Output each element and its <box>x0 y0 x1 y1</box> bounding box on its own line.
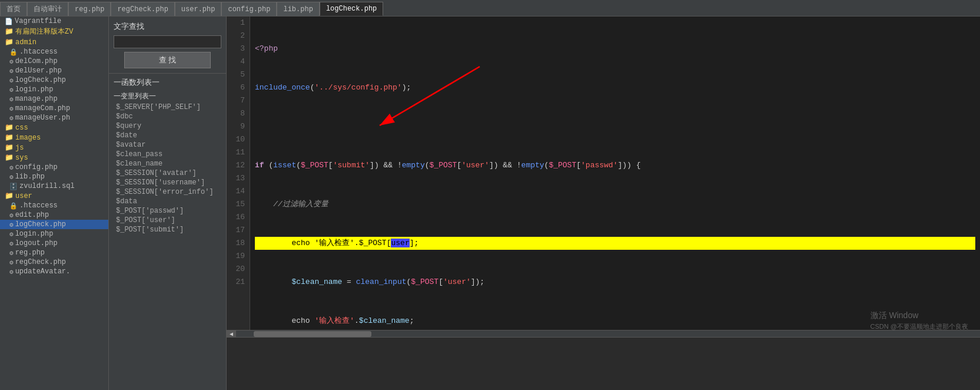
scroll-left-button[interactable]: ◀ <box>227 330 236 338</box>
tab-config[interactable]: config.php <box>221 2 277 16</box>
code-line-8: echo '输入检查'.$clean_name; <box>255 315 975 328</box>
folder-icon: 📁 <box>5 153 14 162</box>
var-date: $date <box>114 131 221 140</box>
file-icon: ⚙️ <box>9 58 14 65</box>
code-line-7: $clean_name = clean_input($_POST['user']… <box>255 276 975 289</box>
sidebar-css[interactable]: 📁 css <box>0 123 108 133</box>
scroll-thumb[interactable] <box>254 331 371 337</box>
sidebar-manageuser[interactable]: ⚙️ manageUser.ph <box>0 113 108 123</box>
sidebar-admin-folder[interactable]: 📁 admin <box>0 37 108 47</box>
sidebar-logcheck-selected[interactable]: ⚙️ logCheck.php <box>0 220 108 229</box>
sidebar-config[interactable]: ⚙️ config.php <box>0 163 108 172</box>
sidebar-vagrantfile[interactable]: 📄 Vagrantfile <box>0 16 108 26</box>
code-content[interactable]: <?php include_once('../sys/config.php');… <box>250 16 980 330</box>
function-list-title: 一函数列表一 <box>114 77 221 88</box>
var-post-user: $_POST['user'] <box>114 216 221 225</box>
file-icon: ⚙️ <box>9 221 14 229</box>
tabs-bar: 首页 自动审计 reg.php regCheck.php user.php co… <box>0 0 980 16</box>
var-session-avatar: $_SESSION['avatar'] <box>114 168 221 178</box>
sidebar-updateavatar[interactable]: ⚙️ updateAvatar. <box>0 267 108 276</box>
file-icon: ⚙️ <box>9 105 14 113</box>
file-icon: ⚙️ <box>9 268 14 276</box>
sidebar-js[interactable]: 📁 js <box>0 143 108 153</box>
sidebar-logout[interactable]: ⚙️ logout.php <box>0 239 108 248</box>
sidebar-login[interactable]: ⚙️ login.php <box>0 229 108 239</box>
tab-lib[interactable]: lib.php <box>277 2 319 16</box>
folder-icon: 📁 <box>5 191 14 200</box>
file-icon: ⚙️ <box>9 164 14 171</box>
file-icon: ⚙️ <box>9 95 14 103</box>
sidebar-managecom[interactable]: ⚙️ manageCom.php <box>0 104 108 113</box>
var-query: $query <box>114 121 221 131</box>
sidebar-lib[interactable]: ⚙️ lib.php <box>0 172 108 181</box>
tab-home[interactable]: 首页 <box>0 2 27 16</box>
var-session-username: $_SESSION['username'] <box>114 178 221 187</box>
folder-icon: 📁 <box>5 123 14 132</box>
file-icon: 🗄️ <box>9 183 18 190</box>
file-icon: ⚙️ <box>9 230 14 238</box>
sidebar-sys[interactable]: 📁 sys <box>0 153 108 163</box>
sidebar-user[interactable]: 📁 user <box>0 191 108 201</box>
tab-reg[interactable]: reg.php <box>68 2 111 16</box>
code-line-5: //过滤输入变量 <box>255 198 975 211</box>
var-post-passwd: $_POST['passwd'] <box>114 206 221 216</box>
folder-icon: 📁 <box>5 133 14 142</box>
tab-regcheck[interactable]: regCheck.php <box>111 2 174 16</box>
file-icon: ⚙️ <box>9 173 14 181</box>
sidebar-logcheck-admin[interactable]: ⚙️ logCheck.php <box>0 75 108 85</box>
var-avatar: $avatar <box>114 140 221 150</box>
var-session-error: $_SESSION['error_info'] <box>114 187 221 197</box>
middle-panel: 文字查找 查 找 一函数列表一 一变里列表一 $_SERVER['PHP_SEL… <box>109 16 227 390</box>
sidebar-images[interactable]: 📁 images <box>0 133 108 143</box>
bottom-panel <box>227 337 980 390</box>
folder-icon: 📁 <box>5 27 14 36</box>
var-php-self: $_SERVER['PHP_SELF'] <box>114 103 221 112</box>
tab-auto-audit[interactable]: 自动审计 <box>27 2 68 16</box>
sidebar-login-admin[interactable]: ⚙️ login.php <box>0 85 108 94</box>
file-icon: 🔒 <box>9 202 18 210</box>
var-data: $data <box>114 197 221 206</box>
search-input[interactable] <box>114 35 221 48</box>
function-list: 一函数列表一 一变里列表一 $_SERVER['PHP_SELF'] $dbc … <box>109 74 226 390</box>
var-clean-pass: $clean_pass <box>114 150 221 159</box>
code-line-2: include_once('../sys/config.php'); <box>255 81 975 94</box>
sidebar-deluser[interactable]: ⚙️ delUser.php <box>0 66 108 75</box>
sidebar-regcheck[interactable]: ⚙️ regCheck.php <box>0 257 108 267</box>
file-icon: ⚙️ <box>9 86 14 94</box>
code-line-4: if (isset($_POST['submit']) && !empty($_… <box>255 159 975 172</box>
file-icon: ⚙️ <box>9 211 14 219</box>
sidebar-manage[interactable]: ⚙️ manage.php <box>0 94 108 104</box>
sidebar-delcom[interactable]: ⚙️ delCom.php <box>0 57 108 66</box>
search-button[interactable]: 查 找 <box>124 52 210 68</box>
search-section: 文字查找 查 找 <box>109 16 226 74</box>
variable-list-title: 一变里列表一 <box>114 91 221 101</box>
sidebar-zv-folder[interactable]: 📁 有扁闻注释版本ZV <box>0 26 108 37</box>
var-clean-name: $clean_name <box>114 159 221 168</box>
tab-user[interactable]: user.php <box>175 2 222 16</box>
file-icon: ⚙️ <box>9 114 14 122</box>
file-icon: 📄 <box>5 18 13 25</box>
sidebar-user-htaccess[interactable]: 🔒 .htaccess <box>0 201 108 210</box>
folder-icon: 📁 <box>5 38 14 47</box>
file-icon: ⚙️ <box>9 259 14 266</box>
sidebar-reg[interactable]: ⚙️ reg.php <box>0 248 108 257</box>
sidebar-edit[interactable]: ⚙️ edit.php <box>0 210 108 220</box>
file-icon: ⚙️ <box>9 67 14 75</box>
file-icon: ⚙️ <box>9 249 14 257</box>
code-line-3 <box>255 120 975 133</box>
sidebar-sql[interactable]: 🗄️ zvuldrill.sql <box>0 181 108 191</box>
code-line-1: <?php <box>255 42 975 55</box>
search-label: 文字查找 <box>114 21 221 32</box>
horizontal-scrollbar[interactable]: ◀ <box>227 330 980 337</box>
main-layout: 📄 Vagrantfile 📁 有扁闻注释版本ZV 📁 admin 🔒 .hta… <box>0 16 980 390</box>
var-post-submit: $_POST['submit'] <box>114 225 221 234</box>
file-icon: ⚙️ <box>9 240 14 247</box>
sidebar-admin-htaccess[interactable]: 🔒 .htaccess <box>0 47 108 57</box>
folder-icon: 📁 <box>5 143 14 152</box>
file-icon: ⚙️ <box>9 77 14 84</box>
code-editor: 12345 678910 1112131415 1617181920 21 <?… <box>227 16 980 390</box>
line-numbers: 12345 678910 1112131415 1617181920 21 <box>227 16 250 330</box>
tab-logcheck[interactable]: logCheck.php <box>320 2 383 16</box>
file-icon: 🔒 <box>9 48 18 56</box>
file-tree: 📄 Vagrantfile 📁 有扁闻注释版本ZV 📁 admin 🔒 .hta… <box>0 16 109 390</box>
